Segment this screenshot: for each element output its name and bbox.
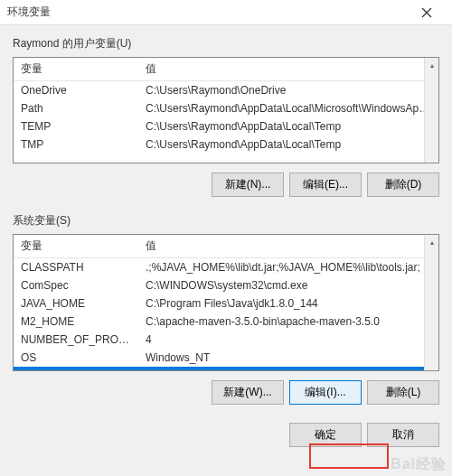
system-edit-button[interactable]: 编辑(I)... [289,380,362,405]
system-vars-label: 系统变量(S) [13,213,439,229]
dialog-buttons: 确定 取消 [0,423,452,460]
ok-button[interactable]: 确定 [289,423,362,447]
system-new-button[interactable]: 新建(W)... [212,380,284,405]
table-row[interactable]: PathC:\Program Files\MySQL\MySQL Server … [14,367,438,371]
row-value: C:\apache-maven-3.5.0-bin\apache-maven-3… [138,313,438,331]
col-variable[interactable]: 变量 [14,235,138,257]
cancel-button[interactable]: 取消 [367,423,439,447]
scroll-up-icon[interactable]: ▴ [425,235,438,249]
scrollbar[interactable]: ▴ [424,58,438,163]
row-value: .;%JAVA_HOME%\lib\dt.jar;%JAVA_HOME%\lib… [138,258,438,276]
table-row[interactable]: TEMPC:\Users\Raymond\AppData\Local\Temp [14,117,438,135]
user-vars-label: Raymond 的用户变量(U) [13,36,439,51]
scrollbar[interactable]: ▴ [424,235,438,370]
user-vars-listbox[interactable]: 变量 值 OneDriveC:\Users\Raymond\OneDrivePa… [13,57,439,163]
dialog-title: 环境变量 [7,5,409,20]
row-value: C:\WINDOWS\system32\cmd.exe [138,276,438,294]
table-row[interactable]: ComSpecC:\WINDOWS\system32\cmd.exe [14,276,438,294]
system-vars-listbox[interactable]: 变量 值 CLASSPATH.;%JAVA_HOME%\lib\dt.jar;%… [13,234,439,371]
table-row[interactable]: OSWindows_NT [14,349,438,367]
row-variable: ComSpec [14,276,138,294]
table-row[interactable]: M2_HOMEC:\apache-maven-3.5.0-bin\apache-… [14,313,438,331]
row-value: C:\Users\Raymond\OneDrive [138,81,438,99]
row-variable: Path [14,99,138,117]
user-new-button[interactable]: 新建(N)... [212,173,284,197]
table-row[interactable]: NUMBER_OF_PROCESSORS4 [14,331,438,349]
row-variable: TEMP [14,117,138,135]
close-button[interactable] [409,0,445,25]
row-value: C:\Program Files\Java\jdk1.8.0_144 [138,294,438,313]
user-edit-button[interactable]: 编辑(E)... [289,173,362,197]
row-variable: OneDrive [14,81,138,99]
col-value[interactable]: 值 [138,58,438,80]
dialog-content: Raymond 的用户变量(U) 变量 值 OneDriveC:\Users\R… [0,25,452,423]
table-row[interactable]: OneDriveC:\Users\Raymond\OneDrive [14,81,438,99]
table-row[interactable]: JAVA_HOMEC:\Program Files\Java\jdk1.8.0_… [14,294,438,313]
col-variable[interactable]: 变量 [14,58,138,80]
row-value: C:\Program Files\MySQL\MySQL Server 5.7\… [138,367,438,371]
row-variable: CLASSPATH [14,258,138,276]
row-variable: OS [14,349,138,367]
row-value: C:\Users\Raymond\AppData\Local\Microsoft… [138,99,438,117]
row-variable: Path [14,367,138,371]
user-buttons: 新建(N)... 编辑(E)... 删除(D) [13,173,439,197]
row-value: Windows_NT [138,349,438,367]
col-value[interactable]: 值 [138,235,438,257]
system-vars-header: 变量 值 [14,235,438,258]
row-variable: TMP [14,135,138,154]
table-row[interactable]: TMPC:\Users\Raymond\AppData\Local\Temp [14,135,438,154]
row-variable: M2_HOME [14,313,138,331]
user-vars-header: 变量 值 [14,58,438,81]
row-value: C:\Users\Raymond\AppData\Local\Temp [138,135,438,154]
row-value: C:\Users\Raymond\AppData\Local\Temp [138,117,438,135]
table-row[interactable]: PathC:\Users\Raymond\AppData\Local\Micro… [14,99,438,117]
row-variable: NUMBER_OF_PROCESSORS [14,331,138,349]
user-delete-button[interactable]: 删除(D) [367,173,439,197]
table-row[interactable]: CLASSPATH.;%JAVA_HOME%\lib\dt.jar;%JAVA_… [14,258,438,276]
system-delete-button[interactable]: 删除(L) [367,380,439,405]
titlebar: 环境变量 [0,0,452,25]
scroll-up-icon[interactable]: ▴ [425,58,438,72]
system-buttons: 新建(W)... 编辑(I)... 删除(L) [13,380,439,405]
row-variable: JAVA_HOME [14,294,138,313]
row-value: 4 [138,331,438,349]
